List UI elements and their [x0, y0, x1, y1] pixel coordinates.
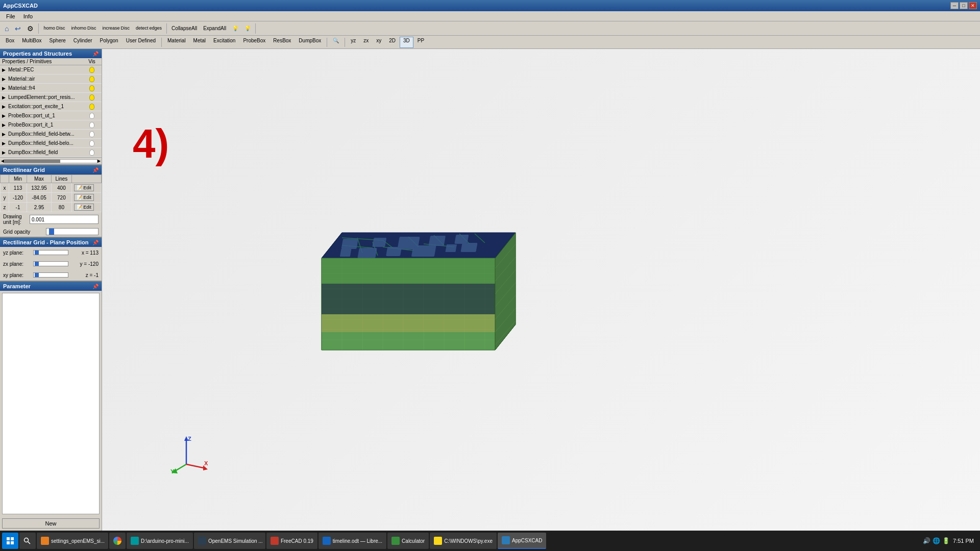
- prop-item-7[interactable]: ▶ DumpBox::hfield_field-betw...: [0, 130, 102, 139]
- svg-rect-19: [454, 235, 469, 244]
- tray-sound-icon[interactable]: 🔊: [923, 537, 930, 544]
- grid-table: Min Max Lines x 113 132.95 400 📝 Edit: [0, 174, 102, 212]
- probebox-btn[interactable]: ProbeBox: [239, 37, 269, 48]
- prop-item-6[interactable]: ▶ ProbeBox::port_it_1: [0, 120, 102, 130]
- prop-item-3[interactable]: ▶ LumpedElement::port_resis...: [0, 93, 102, 102]
- resbox-btn[interactable]: ResBox: [270, 37, 295, 48]
- scroll-right-btn[interactable]: ▶: [97, 159, 101, 163]
- menu-file[interactable]: File: [2, 12, 19, 20]
- edit-x-btn[interactable]: 📝 Edit: [74, 184, 94, 191]
- prop-item-0[interactable]: ▶ Metal::PEC: [0, 65, 102, 74]
- new-parameter-button[interactable]: New: [2, 518, 100, 529]
- prop-item-8[interactable]: ▶ DumpBox::hfield_field-belo...: [0, 139, 102, 148]
- properties-pin[interactable]: 📌: [92, 51, 99, 57]
- plane-pin[interactable]: 📌: [92, 240, 99, 245]
- taskbar-appcscad[interactable]: AppCSXCAD: [498, 533, 546, 549]
- prop-item-5[interactable]: ▶ ProbeBox::port_ut_1: [0, 111, 102, 120]
- properties-scrollbar[interactable]: ◀ ▶: [0, 157, 102, 164]
- menu-info[interactable]: Info: [19, 12, 37, 20]
- prop-name-5: ProbeBox::port_ut_1: [8, 113, 84, 118]
- svg-line-71: [28, 542, 31, 544]
- prop-item-9[interactable]: ▶ DumpBox::hfield_field: [0, 148, 102, 157]
- tray-battery-icon[interactable]: 🔋: [942, 537, 950, 544]
- sep3: [255, 23, 256, 34]
- prop-item-1[interactable]: ▶ Material::air: [0, 74, 102, 84]
- scroll-track[interactable]: [4, 159, 97, 163]
- view-3d-btn[interactable]: 3D: [400, 37, 413, 48]
- sep6: [345, 38, 345, 47]
- taskbar-openems[interactable]: OpenEMS Simulation ...: [194, 533, 265, 549]
- taskbar-python[interactable]: C:\WINDOWS\py.exe: [430, 533, 497, 549]
- minimize-button[interactable]: ─: [950, 2, 959, 9]
- grid-edit-x[interactable]: 📝 Edit: [71, 183, 101, 193]
- box-btn[interactable]: Box: [2, 37, 18, 48]
- view-zx-btn[interactable]: zx: [360, 37, 372, 48]
- inhomo-disc-btn[interactable]: inhomo Disc: [68, 24, 99, 32]
- prop-item-2[interactable]: ▶ Material::fr4: [0, 84, 102, 93]
- edit-y-btn[interactable]: 📝 Edit: [74, 194, 94, 201]
- back-icon: ↩: [15, 24, 21, 33]
- param-pin[interactable]: 📌: [92, 284, 99, 289]
- edit-z-btn[interactable]: 📝 Edit: [74, 204, 94, 211]
- expand-icon-0: ▶: [2, 67, 7, 72]
- xy-plane-slider[interactable]: [33, 272, 68, 278]
- prop-name-2: Material::fr4: [8, 85, 84, 91]
- metal-btn[interactable]: Metal: [190, 37, 209, 48]
- properties-header: Properties and Structures 📌: [0, 49, 102, 58]
- viewport[interactable]: 4): [102, 49, 980, 531]
- restore-button[interactable]: □: [960, 2, 968, 9]
- tray-network-icon[interactable]: 🌐: [933, 537, 940, 544]
- prop-item-4[interactable]: ▶ Excitation::port_excite_1: [0, 102, 102, 111]
- grid-pin[interactable]: 📌: [92, 167, 99, 173]
- view-icon[interactable]: 🔍: [329, 37, 342, 48]
- user-defined-btn[interactable]: User Defined: [122, 37, 159, 48]
- taskbar-libreoffice-label: timeline.odt — Libre...: [333, 538, 382, 544]
- drawing-unit-row: Drawing unit [m]:: [0, 212, 102, 227]
- sphere-btn[interactable]: Sphere: [46, 37, 69, 48]
- svg-text:X: X: [204, 460, 208, 466]
- cylinder-btn[interactable]: Cylinder: [70, 37, 96, 48]
- nav-icon-1[interactable]: ⌂: [2, 23, 11, 34]
- param-content-area: [2, 293, 100, 514]
- nav-icon-2[interactable]: ↩: [12, 23, 23, 34]
- taskbar-freecad[interactable]: FreeCAD 0.19: [266, 533, 317, 549]
- start-button[interactable]: [2, 533, 18, 549]
- taskbar-libreoffice[interactable]: timeline.odt — Libre...: [318, 533, 386, 549]
- collapse-all-btn[interactable]: CollapseAll: [169, 23, 200, 34]
- multibox-btn[interactable]: MultiBox: [18, 37, 45, 48]
- view-pp-btn[interactable]: PP: [414, 37, 428, 48]
- prop-name-9: DumpBox::hfield_field: [8, 149, 84, 155]
- yz-plane-slider[interactable]: [33, 250, 68, 255]
- taskbar-arduino[interactable]: D:\arduino-pro-mini...: [127, 533, 193, 549]
- drawing-unit-input[interactable]: [30, 215, 99, 224]
- grid-min-x: 113: [9, 183, 27, 193]
- bulb2-btn[interactable]: 💡: [242, 23, 253, 34]
- polygon-btn[interactable]: Polygon: [96, 37, 122, 48]
- taskbar-calculator[interactable]: Calculator: [387, 533, 429, 549]
- zx-plane-slider[interactable]: [33, 261, 68, 266]
- xy-plane-thumb: [35, 273, 39, 277]
- excitation-btn[interactable]: Excitation: [210, 37, 239, 48]
- prop-name-7: DumpBox::hfield_field-betw...: [8, 131, 84, 137]
- view-xy-btn[interactable]: xy: [373, 37, 385, 48]
- view-yz-btn[interactable]: yz: [347, 37, 359, 48]
- grid-edit-y[interactable]: 📝 Edit: [71, 193, 101, 203]
- material-btn[interactable]: Material: [164, 37, 189, 48]
- nav-icon-3[interactable]: ⚙: [24, 23, 36, 34]
- grid-edit-z[interactable]: 📝 Edit: [71, 203, 101, 212]
- dumpbox-btn[interactable]: DumpBox: [295, 37, 325, 48]
- main-layout: Properties and Structures 📌 Properties /…: [0, 49, 980, 531]
- grid-opacity-row: Grid opacity: [0, 227, 102, 237]
- expand-all-btn[interactable]: ExpandAll: [201, 23, 229, 34]
- detect-edges-btn[interactable]: detect edges: [133, 24, 164, 32]
- close-button[interactable]: ✕: [969, 2, 977, 9]
- svg-point-70: [24, 538, 29, 542]
- taskbar-chrome[interactable]: [109, 533, 126, 549]
- increase-disc-btn[interactable]: increase Disc: [100, 24, 133, 32]
- view-2d-btn[interactable]: 2D: [385, 37, 399, 48]
- homo-disc-btn[interactable]: homo Disc: [41, 24, 67, 32]
- bulb1-btn[interactable]: 💡: [230, 23, 241, 34]
- grid-opacity-slider[interactable]: [46, 228, 99, 235]
- taskbar-search[interactable]: [19, 533, 36, 549]
- taskbar-settings[interactable]: settings_openEMS_si...: [37, 533, 108, 549]
